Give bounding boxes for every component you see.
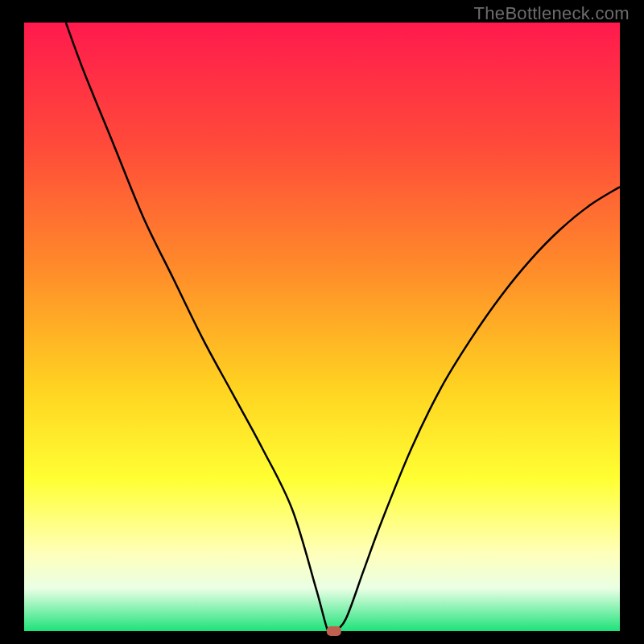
plot-background <box>24 23 620 631</box>
chart-svg <box>0 0 644 644</box>
optimal-point-marker <box>327 626 341 636</box>
watermark: TheBottleneck.com <box>474 3 630 24</box>
bottleneck-chart: TheBottleneck.com <box>0 0 644 644</box>
